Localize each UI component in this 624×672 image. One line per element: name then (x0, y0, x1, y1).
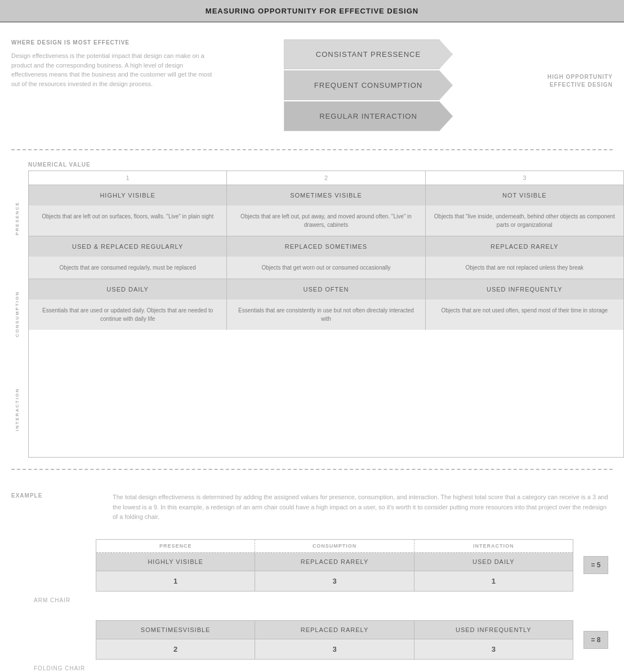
folding-chair-total-wrapper: = 8 (579, 631, 613, 649)
arm-chair-interaction: USED DAILY (414, 553, 573, 571)
presence-header-1: HIGHLY VISIBLE (29, 185, 227, 205)
interaction-desc-3: Objects that are not used often, spend m… (426, 299, 623, 330)
arrow-item-2: FREQUENT CONSUMPTION (284, 70, 453, 100)
interaction-desc-1: Essentials that are used or updated dail… (29, 299, 227, 330)
presence-header-2: SOMETIMES VISIBLE (227, 185, 425, 205)
side-label-presence: PRESENCE (6, 171, 28, 266)
interaction-header-2: USED OFTEN (227, 279, 425, 299)
matrix-num-row: 1 2 3 (29, 171, 623, 185)
matrix-desc-row-interaction: Essentials that are used or updated dail… (29, 299, 623, 330)
side-labels: PRESENCE CONSUMPTION INTERACTION (6, 171, 28, 458)
example-folding-chair-section: SOMETIMESVISIBLE REPLACED RARELY USED IN… (23, 620, 613, 660)
example-label: EXAMPLE (11, 492, 113, 499)
folding-chair-value-interaction: 3 (414, 639, 573, 659)
arm-chair-presence: HIGHLY VISIBLE (96, 553, 255, 571)
matrix-wrapper: PRESENCE CONSUMPTION INTERACTION 1 2 3 H… (6, 171, 624, 458)
matrix-num-2: 2 (227, 171, 425, 185)
arm-chair-value-presence: 1 (96, 571, 255, 591)
interaction-desc-2: Essentials that are consistently in use … (227, 299, 425, 330)
consumption-header-2: REPLACED SOMETIMES (227, 236, 425, 257)
matrix-row-group-interaction: USED DAILY USED OFTEN USED INFREQUENTLY … (29, 279, 623, 330)
example-table-wrapper: PRESENCE CONSUMPTION INTERACTION HIGHLY … (11, 539, 613, 672)
arm-chair-item-label: ARM CHAIR (34, 597, 101, 603)
example-top: EXAMPLE The total design effectiveness i… (11, 492, 613, 522)
consumption-desc-1: Objects that are consumed regularly, mus… (29, 257, 227, 279)
example-col-headers: PRESENCE CONSUMPTION INTERACTION (96, 540, 573, 553)
folding-chair-item-label: FOLDING CHAIR (34, 665, 101, 671)
example-text: The total design effectiveness is determ… (113, 492, 613, 522)
folding-chair-label-row: FOLDING CHAIR (23, 665, 613, 672)
top-right: HIGH OPPORTUNITYEFFECTIVE DESIGN (511, 39, 613, 89)
arm-chair-value-consumption: 3 (255, 571, 414, 591)
arrow-item-3: REGULAR INTERACTION (284, 101, 453, 131)
folding-chair-table: SOMETIMESVISIBLE REPLACED RARELY USED IN… (96, 620, 573, 660)
folding-chair-value-consumption: 3 (255, 639, 414, 659)
top-left-label: WHERE DESIGN IS MOST EFFECTIVE (11, 39, 214, 46)
matrix-desc-row-presence: Objects that are left out on surfaces, f… (29, 205, 623, 236)
matrix-header-row-consumption: USED & REPLACED REGULARLY REPLACED SOMET… (29, 236, 623, 257)
side-label-consumption: CONSUMPTION (6, 266, 28, 362)
page-header: MEASURING OPPORTUNITY FOR EFFECTIVE DESI… (0, 0, 624, 23)
consumption-header-3: REPLACED RARELY (426, 236, 623, 257)
matrix-table: 1 2 3 HIGHLY VISIBLE SOMETIMES VISIBLE N… (28, 171, 624, 458)
folding-chair-data-row: SOMETIMESVISIBLE REPLACED RARELY USED IN… (96, 621, 573, 639)
col-header-interaction: INTERACTION (414, 540, 573, 552)
arm-chair-table: PRESENCE CONSUMPTION INTERACTION HIGHLY … (96, 539, 573, 592)
page-title: MEASURING OPPORTUNITY FOR EFFECTIVE DESI… (206, 7, 418, 15)
top-center: CONSISTANT PRESSENCE FREQUENT CONSUMPTIO… (225, 39, 511, 132)
arrow-stack: CONSISTANT PRESSENCE FREQUENT CONSUMPTIO… (284, 39, 453, 132)
arm-chair-value-row: 1 3 1 (96, 571, 573, 591)
arm-chair-label-row: ARM CHAIR (23, 597, 613, 603)
folding-chair-total: = 8 (583, 631, 608, 649)
folding-chair-value-presence: 2 (96, 639, 255, 659)
arrow-item-1: CONSISTANT PRESSENCE (284, 39, 453, 69)
matrix-row-group-consumption: USED & REPLACED REGULARLY REPLACED SOMET… (29, 236, 623, 279)
arm-chair-value-interaction: 1 (414, 571, 573, 591)
folding-chair-presence: SOMETIMESVISIBLE (96, 621, 255, 639)
numerical-label: NUMERICAL VALUE (0, 162, 624, 168)
col-header-consumption: CONSUMPTION (255, 540, 414, 552)
top-divider (11, 149, 613, 150)
presence-desc-1: Objects that are left out on surfaces, f… (29, 205, 227, 236)
presence-desc-3: Objects that "live inside, underneath, b… (426, 205, 623, 236)
col-header-presence: PRESENCE (96, 540, 255, 552)
interaction-header-1: USED DAILY (29, 279, 227, 299)
example-section: EXAMPLE The total design effectiveness i… (0, 476, 624, 672)
presence-header-3: NOT VISIBLE (426, 185, 623, 205)
matrix-header-row-interaction: USED DAILY USED OFTEN USED INFREQUENTLY (29, 279, 623, 299)
consumption-desc-2: Objects that get worn out or consumed oc… (227, 257, 425, 279)
bottom-divider (11, 469, 613, 470)
folding-chair-interaction: USED INFREQUENTLY (414, 621, 573, 639)
presence-desc-2: Objects that are left out, put away, and… (227, 205, 425, 236)
high-opportunity-label: HIGH OPPORTUNITYEFFECTIVE DESIGN (523, 73, 613, 89)
arm-chair-consumption: REPLACED RARELY (255, 553, 414, 571)
arm-chair-data-row: HIGHLY VISIBLE REPLACED RARELY USED DAIL… (96, 553, 573, 571)
matrix-row-group-presence: HIGHLY VISIBLE SOMETIMES VISIBLE NOT VIS… (29, 185, 623, 236)
consumption-desc-3: Objects that are not replaced unless the… (426, 257, 623, 279)
side-label-interaction: INTERACTION (6, 362, 28, 458)
consumption-header-1: USED & REPLACED REGULARLY (29, 236, 227, 257)
top-left: WHERE DESIGN IS MOST EFFECTIVE Design ef… (11, 39, 225, 88)
interaction-header-3: USED INFREQUENTLY (426, 279, 623, 299)
folding-chair-consumption: REPLACED RARELY (255, 621, 414, 639)
matrix-num-3: 3 (426, 171, 623, 185)
arm-chair-total: = 5 (583, 556, 608, 574)
folding-chair-value-row: 2 3 3 (96, 639, 573, 659)
example-arm-chair-section: PRESENCE CONSUMPTION INTERACTION HIGHLY … (23, 539, 613, 592)
arm-chair-total-wrapper: = 5 (579, 556, 613, 574)
matrix-header-row-presence: HIGHLY VISIBLE SOMETIMES VISIBLE NOT VIS… (29, 185, 623, 205)
matrix-num-1: 1 (29, 171, 227, 185)
top-left-text: Design effectiveness is the potential im… (11, 51, 214, 88)
top-section: WHERE DESIGN IS MOST EFFECTIVE Design ef… (0, 23, 624, 144)
matrix-section: NUMERICAL VALUE PRESENCE CONSUMPTION INT… (0, 156, 624, 463)
matrix-desc-row-consumption: Objects that are consumed regularly, mus… (29, 257, 623, 279)
